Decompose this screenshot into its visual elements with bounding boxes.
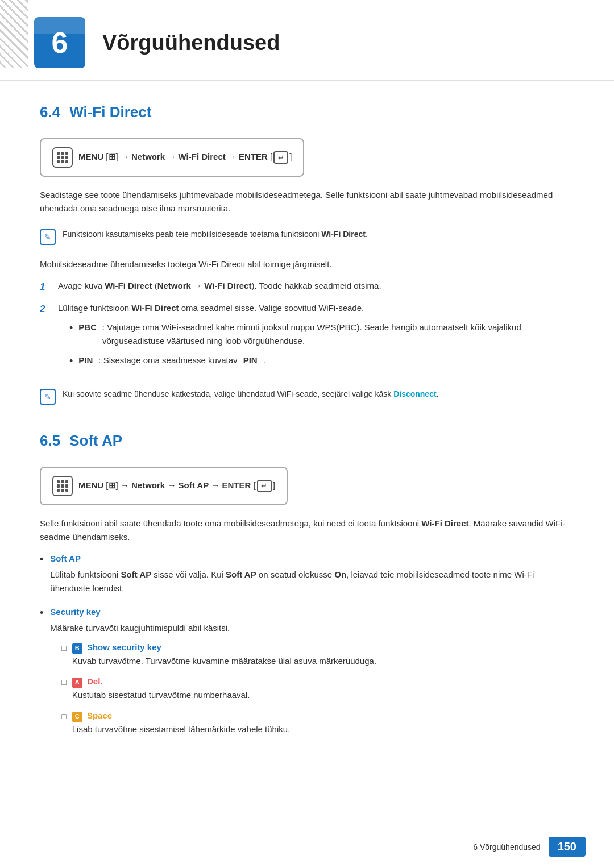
note-6-4-1: Funktsiooni kasutamiseks peab teie mobii… (40, 223, 574, 250)
bullet-security-key: Security key Määrake turvavõti kaugjuhti… (40, 605, 574, 743)
sub-show-security-key-content: B Show security key Kuvab turvavõtme. Tu… (72, 641, 574, 668)
del-title: Del. (87, 676, 103, 686)
menu-path-6-5: MENU [⊞] → Network → Soft AP → ENTER [↵] (40, 467, 288, 505)
sub-space: C Space Lisab turvavõtme sisestamisel tä… (61, 709, 574, 736)
page-footer: 6 Võrguühendused 150 (473, 837, 586, 857)
steps-list-6-4: 1 Avage kuva Wi-Fi Direct (Network → Wi-… (40, 279, 574, 375)
section-6-4-steps-intro: Mobiilsideseadme ühendamiseks tootega Wi… (40, 258, 574, 271)
step-6-4-2-num: 2 (40, 301, 50, 375)
bullet-security-key-title: Security key (50, 605, 574, 619)
sub-space-content: C Space Lisab turvavõtme sisestamisel tä… (72, 709, 574, 736)
note-icon-6-4-1 (40, 229, 56, 245)
menu-grid-icon-6-5 (57, 480, 68, 492)
corner-decoration (0, 0, 28, 68)
section-6-5-title: Soft AP (69, 432, 122, 450)
sub-6-4-pbc: PBC: Vajutage oma WiFi-seadmel kahe minu… (69, 321, 574, 348)
sub-6-4-pin: PIN: Sisestage oma seadmesse kuvatav PIN… (69, 354, 574, 369)
sub-sub-list-security: B Show security key Kuvab turvavõtme. Tu… (61, 641, 574, 736)
chapter-header: 6 Võrguühendused (0, 0, 614, 81)
menu-path-6-4-text: MENU [⊞] → Network → Wi-Fi Direct → ENTE… (78, 151, 292, 164)
bullet-soft-ap: Soft AP Lülitab funktsiooni Soft AP siss… (40, 552, 574, 595)
footer-chapter-ref: 6 Võrguühendused (473, 842, 540, 852)
badge-a-icon: A (72, 678, 82, 688)
section-6-5-heading: 6.5 Soft AP (40, 432, 574, 450)
note-6-4-1-text: Funktsiooni kasutamiseks peab teie mobii… (63, 228, 368, 240)
note-6-4-2: Kui soovite seadme ühenduse katkestada, … (40, 383, 574, 409)
chapter-number-text: 6 (52, 26, 68, 60)
bullet-security-key-content: Security key Määrake turvavõti kaugjuhti… (50, 605, 574, 743)
note-icon-6-4-2 (40, 389, 56, 405)
sub-show-security-key: B Show security key Kuvab turvavõtme. Tu… (61, 641, 574, 668)
step-6-4-1-content: Avage kuva Wi-Fi Direct (Network → Wi-Fi… (58, 279, 574, 294)
step-6-4-1: 1 Avage kuva Wi-Fi Direct (Network → Wi-… (40, 279, 574, 294)
chapter-number: 6 (34, 17, 85, 68)
sub-list-6-4: PBC: Vajutage oma WiFi-seadmel kahe minu… (69, 321, 574, 369)
enter-icon-6-5: ↵ (257, 480, 272, 492)
step-6-4-1-num: 1 (40, 279, 50, 294)
bullet-soft-ap-content: Soft AP Lülitab funktsiooni Soft AP siss… (50, 552, 574, 595)
badge-b-icon: B (72, 643, 82, 654)
sub-del-content: A Del. Kustutab sisestatud turvavõtme nu… (72, 675, 574, 702)
space-title: Space (87, 711, 112, 720)
badge-c-icon: C (72, 712, 82, 722)
show-security-key-title: Show security key (87, 642, 161, 652)
step-6-4-2-content: Lülitage funktsioon Wi-Fi Direct oma sea… (58, 301, 574, 375)
menu-icon-6-5 (52, 476, 73, 496)
chapter-title: Võrguühendused (102, 31, 280, 55)
bullet-soft-ap-title: Soft AP (50, 552, 574, 566)
sub-del: A Del. Kustutab sisestatud turvavõtme nu… (61, 675, 574, 702)
section-6-5-number: 6.5 (40, 432, 60, 450)
section-6-5-intro: Selle funktsiooni abil saate ühendada to… (40, 517, 574, 544)
page-number-badge: 150 (549, 837, 586, 857)
section-6-4-intro: Seadistage see toote ühendamiseks juhtme… (40, 188, 574, 215)
note-6-4-2-text: Kui soovite seadme ühenduse katkestada, … (63, 388, 438, 400)
menu-path-6-4: MENU [⊞] → Network → Wi-Fi Direct → ENTE… (40, 138, 304, 177)
bullet-list-6-5: Soft AP Lülitab funktsiooni Soft AP siss… (40, 552, 574, 743)
main-content: 6.4 Wi-Fi Direct MENU [⊞] → Network → Wi… (0, 103, 614, 787)
step-6-4-2: 2 Lülitage funktsioon Wi-Fi Direct oma s… (40, 301, 574, 375)
menu-grid-icon (57, 152, 68, 163)
enter-icon-6-4: ↵ (273, 151, 288, 164)
section-6-4-number: 6.4 (40, 103, 60, 121)
section-6-4-heading: 6.4 Wi-Fi Direct (40, 103, 574, 121)
menu-icon-6-4 (52, 147, 73, 168)
menu-path-6-5-text: MENU [⊞] → Network → Soft AP → ENTER [↵] (78, 480, 275, 492)
section-6-4-title: Wi-Fi Direct (69, 103, 151, 121)
